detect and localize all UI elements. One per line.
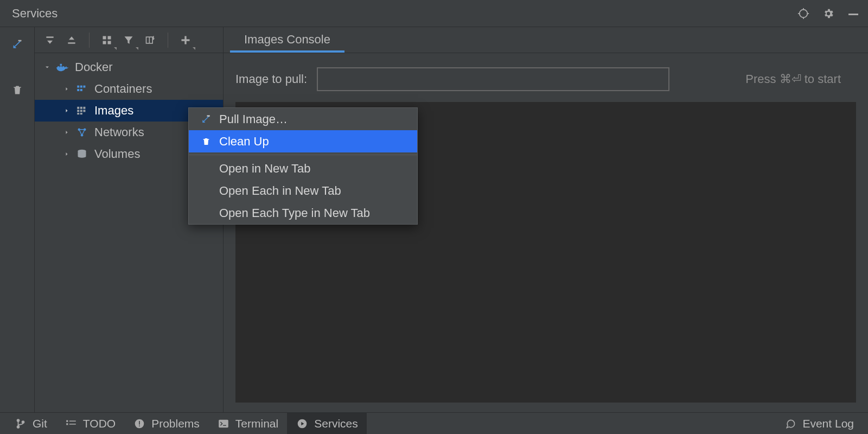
chat-icon <box>784 417 797 430</box>
tab-label: Images Console <box>244 33 330 47</box>
svg-rect-11 <box>108 41 111 44</box>
svg-rect-49 <box>139 425 140 426</box>
svg-rect-32 <box>80 113 82 114</box>
ctx-label: Open in New Tab <box>219 162 310 176</box>
svg-rect-24 <box>80 89 82 91</box>
trash-icon[interactable] <box>4 79 30 101</box>
tree-label: Volumes <box>94 147 140 161</box>
svg-rect-5 <box>18 40 21 42</box>
ctx-separator <box>189 155 417 155</box>
ctx-label: Clean Up <box>219 135 269 149</box>
svg-rect-44 <box>69 424 76 425</box>
sb-label: Git <box>33 417 47 430</box>
svg-rect-50 <box>219 419 228 427</box>
sb-problems[interactable]: Problems <box>124 413 208 434</box>
sb-label: Services <box>314 417 358 430</box>
titlebar: Services <box>0 0 868 27</box>
docker-icon <box>55 62 69 72</box>
sb-eventlog[interactable]: Event Log <box>775 413 863 434</box>
gear-icon[interactable] <box>818 3 839 24</box>
warning-icon <box>133 417 146 430</box>
tree-node-docker[interactable]: Docker <box>35 56 223 78</box>
svg-point-0 <box>800 9 808 17</box>
svg-rect-10 <box>103 41 106 44</box>
add-icon[interactable] <box>175 29 196 51</box>
chevron-right-icon <box>62 107 72 114</box>
svg-rect-8 <box>103 36 106 39</box>
svg-rect-15 <box>182 39 190 41</box>
svg-point-40 <box>22 421 24 423</box>
svg-rect-9 <box>108 36 111 39</box>
ctx-pull-image[interactable]: Pull Image… <box>189 108 417 130</box>
chevron-down-icon <box>42 64 52 71</box>
git-branch-icon <box>14 417 27 430</box>
statusbar: Git TODO Problems Terminal Services Even… <box>0 412 868 434</box>
target-icon[interactable] <box>793 3 814 24</box>
group-by-icon[interactable] <box>96 29 118 51</box>
collapse-arrow-icon[interactable] <box>4 34 30 55</box>
sb-label: Problems <box>151 417 200 430</box>
svg-rect-41 <box>66 420 68 422</box>
pull-label: Image to pull: <box>235 72 307 86</box>
ctx-label: Pull Image… <box>219 112 288 126</box>
svg-rect-21 <box>80 86 82 88</box>
content-tabbar: Images Console <box>224 27 868 53</box>
svg-rect-48 <box>139 421 140 425</box>
terminal-icon <box>217 417 230 430</box>
expand-all-icon[interactable] <box>39 29 61 51</box>
tree-label: Containers <box>94 82 152 96</box>
sb-services[interactable]: Services <box>287 413 367 434</box>
ctx-open-each-type-new-tab[interactable]: Open Each Type in New Tab <box>189 202 417 224</box>
pull-arrow-icon <box>199 114 214 124</box>
volumes-icon <box>75 149 89 159</box>
svg-rect-20 <box>77 86 79 88</box>
pull-row: Image to pull: Press ⌘⏎ to start <box>224 53 868 98</box>
containers-icon <box>75 85 89 93</box>
tree-node-containers[interactable]: Containers <box>35 78 223 100</box>
sb-terminal[interactable]: Terminal <box>208 413 287 434</box>
ctx-label: Open Each in New Tab <box>219 184 341 198</box>
svg-rect-28 <box>77 110 79 112</box>
svg-rect-25 <box>77 107 79 109</box>
trash-icon <box>199 137 214 146</box>
ctx-open-new-tab[interactable]: Open in New Tab <box>189 157 417 180</box>
chevron-right-icon <box>62 86 72 92</box>
left-rail <box>0 27 35 412</box>
sb-label: TODO <box>83 417 116 430</box>
svg-rect-43 <box>66 423 68 425</box>
ctx-open-each-new-tab[interactable]: Open Each in New Tab <box>189 180 417 202</box>
panel-title: Services <box>0 7 58 21</box>
svg-rect-42 <box>69 420 76 422</box>
svg-rect-27 <box>83 107 85 109</box>
svg-rect-7 <box>68 42 75 44</box>
play-circle-icon <box>296 417 309 430</box>
filter-icon[interactable] <box>118 29 139 51</box>
layout-icon[interactable] <box>139 29 161 51</box>
svg-rect-6 <box>46 36 53 38</box>
svg-rect-22 <box>83 86 85 88</box>
collapse-all-icon[interactable] <box>61 29 82 51</box>
svg-rect-37 <box>207 115 210 116</box>
image-to-pull-input[interactable] <box>317 67 669 91</box>
ctx-label: Open Each Type in New Tab <box>219 206 370 220</box>
tree-label: Docker <box>75 60 113 74</box>
sb-label: Terminal <box>235 417 278 430</box>
networks-icon <box>75 127 89 137</box>
svg-point-38 <box>17 419 20 422</box>
chevron-right-icon <box>62 151 72 157</box>
tab-images-console[interactable]: Images Console <box>230 27 344 53</box>
images-icon <box>75 106 89 115</box>
sb-git[interactable]: Git <box>5 413 56 434</box>
sb-todo[interactable]: TODO <box>56 413 124 434</box>
svg-rect-19 <box>60 64 62 66</box>
tree-label: Images <box>94 104 133 118</box>
svg-rect-26 <box>80 107 82 109</box>
ctx-clean-up[interactable]: Clean Up <box>189 130 417 152</box>
minimize-icon[interactable] <box>843 3 864 24</box>
start-hint: Press ⌘⏎ to start <box>745 72 856 86</box>
context-menu: Pull Image… Clean Up Open in New Tab Ope… <box>188 107 418 225</box>
svg-rect-31 <box>77 113 79 114</box>
svg-rect-29 <box>80 110 82 112</box>
svg-point-39 <box>17 426 20 428</box>
list-icon <box>65 417 78 430</box>
